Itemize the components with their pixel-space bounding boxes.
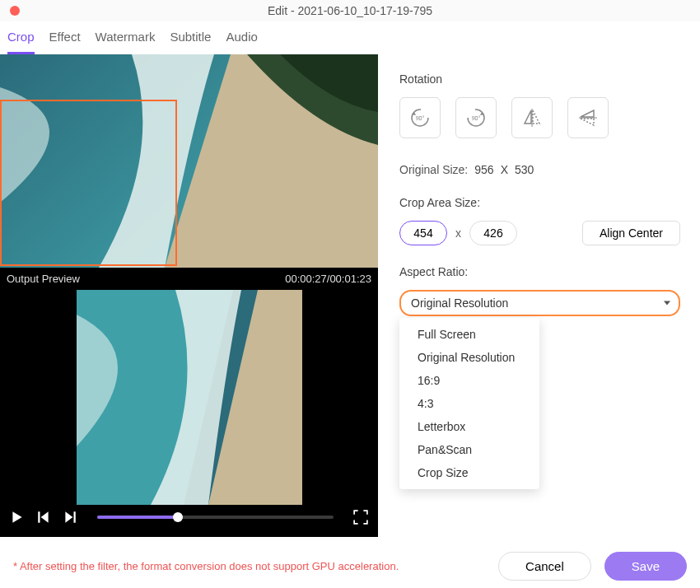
rotate-cw-90-button[interactable]: 90° <box>455 97 497 138</box>
tab-watermark[interactable]: Watermark <box>96 30 156 54</box>
gpu-warning: * After setting the filter, the format c… <box>13 560 399 572</box>
svg-rect-2 <box>38 511 40 523</box>
crop-area-label: Crop Area Size: <box>399 196 680 209</box>
output-video-frame <box>77 290 302 505</box>
aspect-option-4-3[interactable]: 4:3 <box>399 392 539 415</box>
aspect-option-16-9[interactable]: 16:9 <box>399 369 539 392</box>
aspect-ratio-menu: Full Screen Original Resolution 16:9 4:3… <box>399 318 539 489</box>
titlebar: Edit - 2021-06-10_10-17-19-795 <box>0 0 700 21</box>
aspect-option-full-screen[interactable]: Full Screen <box>399 323 539 346</box>
seek-bar[interactable] <box>97 516 334 519</box>
preview-panel: Output Preview 00:00:27/00:01:23 <box>0 54 378 537</box>
rotation-label: Rotation <box>399 72 680 86</box>
tab-subtitle[interactable]: Subtitle <box>170 30 211 54</box>
tab-crop[interactable]: Crop <box>7 30 35 54</box>
cancel-button[interactable]: Cancel <box>498 552 591 581</box>
timecode: 00:00:27/00:01:23 <box>285 273 371 285</box>
flip-vertical-button[interactable] <box>567 97 609 138</box>
align-center-button[interactable]: Align Center <box>582 221 680 245</box>
settings-panel: Rotation 90° 90° Original Size: 956 X 53… <box>378 54 700 537</box>
tab-audio[interactable]: Audio <box>226 30 257 54</box>
flip-horizontal-button[interactable] <box>511 97 553 138</box>
output-preview-label: Output Preview <box>7 273 80 285</box>
crop-selection[interactable] <box>0 100 177 266</box>
original-size-label: Original Size: <box>399 163 468 176</box>
tab-bar: Crop Effect Watermark Subtitle Audio <box>0 21 700 54</box>
aspect-option-original[interactable]: Original Resolution <box>399 346 539 369</box>
crop-width-input[interactable] <box>399 221 447 245</box>
rotate-ccw-90-button[interactable]: 90° <box>399 97 441 138</box>
original-size-sep: X <box>501 163 508 176</box>
svg-text:90°: 90° <box>472 115 481 121</box>
save-button[interactable]: Save <box>604 552 687 581</box>
crop-height-input[interactable] <box>469 221 517 245</box>
step-forward-icon[interactable] <box>63 510 77 525</box>
tab-effect[interactable]: Effect <box>49 30 81 54</box>
aspect-option-letterbox[interactable]: Letterbox <box>399 415 539 438</box>
window-title: Edit - 2021-06-10_10-17-19-795 <box>268 4 432 17</box>
original-width: 956 <box>474 163 493 176</box>
svg-rect-3 <box>74 511 76 523</box>
aspect-ratio-dropdown[interactable]: Original Resolution <box>399 290 680 316</box>
output-canvas <box>0 290 378 505</box>
fullscreen-icon[interactable] <box>353 510 368 525</box>
aspect-option-crop-size[interactable]: Crop Size <box>399 461 539 484</box>
close-window-button[interactable] <box>10 6 20 16</box>
original-height: 530 <box>515 163 534 176</box>
crop-canvas[interactable] <box>0 54 378 268</box>
footer: * After setting the filter, the format c… <box>0 544 700 588</box>
playback-controls <box>0 505 378 530</box>
step-back-icon[interactable] <box>36 510 51 525</box>
crop-size-sep: x <box>455 226 461 240</box>
svg-text:90°: 90° <box>416 115 425 121</box>
play-icon[interactable] <box>10 510 25 525</box>
aspect-ratio-label: Aspect Ratio: <box>399 265 680 278</box>
aspect-option-panscan[interactable]: Pan&Scan <box>399 438 539 461</box>
